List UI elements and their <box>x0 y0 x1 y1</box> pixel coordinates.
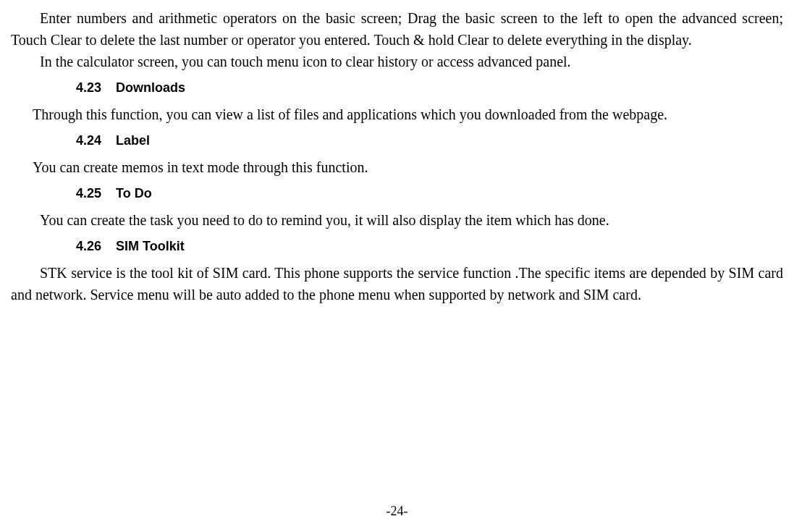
heading-number: 4.25 <box>76 184 112 203</box>
body-paragraph: You can create memos in text mode throug… <box>11 156 783 178</box>
section-heading-todo: 4.25 To Do <box>76 184 783 203</box>
body-paragraph: In the calculator screen, you can touch … <box>11 51 783 72</box>
heading-title: SIM Toolkit <box>116 239 185 253</box>
heading-title: To Do <box>116 186 152 200</box>
body-paragraph: You can create the task you need to do t… <box>11 209 783 231</box>
heading-number: 4.24 <box>76 131 112 151</box>
heading-title: Downloads <box>116 80 185 95</box>
body-paragraph: STK service is the tool kit of SIM card.… <box>11 262 783 305</box>
body-paragraph: Enter numbers and arithmetic operators o… <box>11 7 783 51</box>
body-paragraph: Through this function, you can view a li… <box>11 104 783 125</box>
section-heading-sim-toolkit: 4.26 SIM Toolkit <box>76 237 783 256</box>
section-heading-downloads: 4.23 Downloads <box>76 78 783 98</box>
page-number: -24- <box>0 502 794 521</box>
heading-title: Label <box>116 133 150 148</box>
heading-number: 4.23 <box>76 78 112 98</box>
section-heading-label: 4.24 Label <box>76 131 783 151</box>
heading-number: 4.26 <box>76 237 112 256</box>
